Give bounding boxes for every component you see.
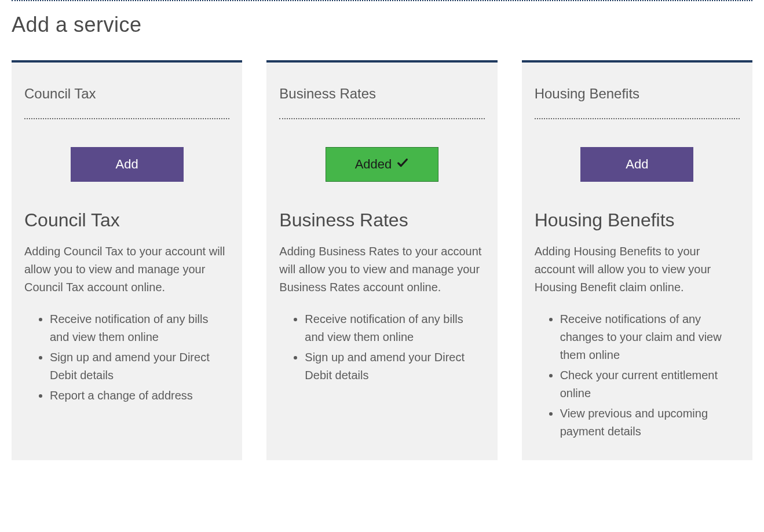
card-council-tax: Council Tax Add Council Tax Adding Counc…: [12, 60, 242, 460]
card-big-title: Council Tax: [24, 210, 229, 231]
card-description: Adding Business Rates to your account wi…: [279, 243, 484, 296]
check-icon: [396, 156, 409, 173]
card-bullets: Receive notification of any bills and vi…: [279, 310, 484, 384]
card-big-title: Housing Benefits: [535, 210, 740, 231]
card-business-rates: Business Rates Added Business Rates Addi…: [266, 60, 497, 460]
card-small-title: Council Tax: [24, 86, 229, 119]
card-small-title: Housing Benefits: [535, 86, 740, 119]
added-button-business-rates[interactable]: Added: [326, 147, 438, 182]
list-item: Report a change of address: [50, 387, 229, 405]
card-bullets: Receive notification of any bills and vi…: [24, 310, 229, 405]
add-button-council-tax[interactable]: Add: [71, 147, 184, 182]
top-dotted-divider: [12, 0, 752, 1]
list-item: Sign up and amend your Direct Debit deta…: [305, 348, 484, 384]
list-item: Receive notifications of any changes to …: [560, 310, 740, 364]
button-wrap: Add: [535, 147, 740, 182]
list-item: View previous and upcoming payment detai…: [560, 405, 740, 441]
button-label: Add: [626, 157, 648, 172]
add-button-housing-benefits[interactable]: Add: [580, 147, 693, 182]
card-description: Adding Housing Benefits to your account …: [535, 243, 740, 296]
card-description: Adding Council Tax to your account will …: [24, 243, 229, 296]
button-label: Add: [116, 157, 138, 172]
card-bullets: Receive notifications of any changes to …: [535, 310, 740, 441]
list-item: Sign up and amend your Direct Debit deta…: [50, 348, 229, 384]
button-wrap: Add: [24, 147, 229, 182]
card-housing-benefits: Housing Benefits Add Housing Benefits Ad…: [522, 60, 752, 460]
list-item: Receive notification of any bills and vi…: [305, 310, 484, 346]
page-title: Add a service: [12, 13, 752, 37]
list-item: Check your current entitlement online: [560, 366, 740, 402]
button-wrap: Added: [279, 147, 484, 182]
cards-row: Council Tax Add Council Tax Adding Counc…: [12, 60, 752, 460]
card-small-title: Business Rates: [279, 86, 484, 119]
list-item: Receive notification of any bills and vi…: [50, 310, 229, 346]
card-big-title: Business Rates: [279, 210, 484, 231]
button-label: Added: [355, 157, 392, 172]
